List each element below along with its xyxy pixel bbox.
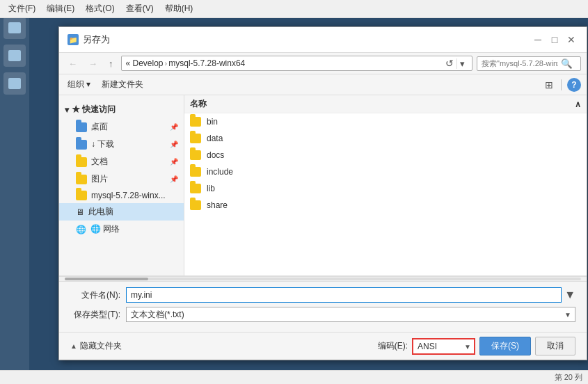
desktop-pin-icon: 📌 xyxy=(170,123,178,131)
cancel-button[interactable]: 取消 xyxy=(535,337,575,355)
menu-view[interactable]: 查看(V) xyxy=(120,1,159,16)
left-nav-panel: ▾ ★ 快速访问 桌面 📌 ↓ 下载 📌 xyxy=(59,95,184,275)
name-column-header: 名称 xyxy=(190,98,575,110)
lib-folder-icon xyxy=(190,184,201,193)
collapse-button[interactable]: ▲ xyxy=(70,342,77,350)
file-list-panel: 名称 ∧ bin data docs xyxy=(184,95,587,275)
file-item-include-label: include xyxy=(207,167,233,177)
search-button[interactable]: 🔍 xyxy=(561,58,573,69)
include-folder-icon xyxy=(190,167,201,177)
nav-item-documents[interactable]: 文档 📌 xyxy=(59,153,184,170)
view-separator: │ xyxy=(559,79,564,90)
path-root: « Develop xyxy=(126,58,164,68)
nav-item-network[interactable]: 🌐 🌐 网络 xyxy=(59,221,184,238)
filetype-select[interactable]: 文本文档(*.txt) xyxy=(126,307,575,322)
search-bar: 🔍 xyxy=(477,56,581,71)
filetype-row: 保存类型(T): 文本文档(*.txt) xyxy=(70,307,575,322)
menu-help[interactable]: 帮助(H) xyxy=(159,1,199,16)
sidebar-icon-3[interactable] xyxy=(3,72,26,95)
path-separator: › xyxy=(165,59,168,67)
up-button[interactable]: ↑ xyxy=(105,56,117,71)
network-icon: 🌐 xyxy=(76,225,86,234)
nav-item-mysql[interactable]: mysql-5.7.28-winx... xyxy=(59,188,184,203)
save-button[interactable]: 保存(S) xyxy=(479,337,531,355)
back-button[interactable]: ← xyxy=(65,56,81,71)
filename-dropdown-button[interactable]: ▼ xyxy=(564,289,575,301)
status-bar: 第 20 列 xyxy=(0,370,588,384)
file-item-lib[interactable]: lib xyxy=(184,180,587,197)
save-as-dialog: 📁 另存为 ─ □ ✕ ← → ↑ « Develop › xyxy=(58,26,587,360)
nav-item-this-pc[interactable]: 🖥 此电脑 xyxy=(59,203,184,221)
documents-pin-icon: 📌 xyxy=(170,158,178,166)
mysql-folder-icon xyxy=(76,191,87,200)
titlebar-controls: ─ □ ✕ xyxy=(531,33,578,47)
file-item-data-label: data xyxy=(207,134,223,143)
action-area: ▲ 隐藏文件夹 编码(E): ANSI UTF-8 UTF-16 LE UTF-… xyxy=(59,332,587,360)
nav-item-pictures-label: 图片 xyxy=(91,173,108,185)
sidebar-shape-1 xyxy=(8,22,21,33)
menu-format[interactable]: 格式(O) xyxy=(80,1,120,16)
file-item-share[interactable]: share xyxy=(184,197,587,214)
nav-item-mysql-label: mysql-5.7.28-winx... xyxy=(91,191,166,200)
file-item-data[interactable]: data xyxy=(184,130,587,147)
filename-label: 文件名(N): xyxy=(70,289,126,301)
address-dropdown-button[interactable]: ▾ xyxy=(456,58,468,69)
scroll-thumb[interactable] xyxy=(65,278,148,280)
filename-row: 文件名(N): ▼ xyxy=(70,287,575,303)
sort-arrow-icon: ∧ xyxy=(575,99,581,109)
toolbar2-left: 组织 ▾ 新建文件夹 xyxy=(65,77,146,92)
address-path: « Develop › mysql-5.7.28-winx64 xyxy=(126,58,443,68)
address-bar: « Develop › mysql-5.7.28-winx64 ↺ ▾ xyxy=(121,56,473,71)
organize-button[interactable]: 组织 ▾ xyxy=(65,77,93,92)
nav-toolbar: ← → ↑ « Develop › mysql-5.7.28-winx64 ↺ … xyxy=(59,53,587,74)
new-folder-button[interactable]: 新建文件夹 xyxy=(99,77,146,92)
maximize-button[interactable]: □ xyxy=(548,33,562,47)
sidebar-icon-1[interactable] xyxy=(3,17,26,39)
action-buttons: 保存(S) 取消 xyxy=(479,337,575,355)
nav-item-downloads[interactable]: ↓ 下载 📌 xyxy=(59,136,184,153)
nav-item-pictures[interactable]: 图片 📌 xyxy=(59,170,184,188)
sidebar-icon-2[interactable] xyxy=(3,45,26,67)
search-input[interactable] xyxy=(482,59,558,67)
file-item-lib-label: lib xyxy=(207,184,215,193)
file-list-header: 名称 ∧ xyxy=(184,95,587,113)
help-button[interactable]: ? xyxy=(567,78,581,92)
file-item-docs-label: docs xyxy=(207,150,224,160)
titlebar-left: 📁 另存为 xyxy=(67,33,110,46)
scrollbar-area[interactable] xyxy=(59,276,587,282)
action-left: ▲ 隐藏文件夹 xyxy=(70,340,122,352)
encoding-select[interactable]: ANSI UTF-8 UTF-16 LE UTF-16 BE xyxy=(412,338,475,355)
nav-item-documents-label: 文档 xyxy=(91,156,108,168)
nav-item-desktop[interactable]: 桌面 📌 xyxy=(59,118,184,136)
share-folder-icon xyxy=(190,200,201,210)
bin-folder-icon xyxy=(190,117,201,127)
this-pc-icon: 🖥 xyxy=(76,207,84,217)
file-item-include[interactable]: include xyxy=(184,163,587,180)
toolbar2-right: ⊞ │ ? xyxy=(542,78,581,92)
form-area: 文件名(N): ▼ 保存类型(T): 文本文档(*.txt) xyxy=(59,282,587,332)
quick-access-header[interactable]: ▾ ★ 快速访问 xyxy=(59,101,184,118)
hide-folders-label: 隐藏文件夹 xyxy=(80,340,122,352)
menu-edit[interactable]: 编辑(E) xyxy=(41,1,80,16)
menu-file[interactable]: 文件(F) xyxy=(3,1,41,16)
forward-button[interactable]: → xyxy=(85,56,101,71)
minimize-button[interactable]: ─ xyxy=(531,33,545,47)
refresh-button[interactable]: ↺ xyxy=(445,58,454,69)
file-item-docs[interactable]: docs xyxy=(184,147,587,163)
filename-input[interactable] xyxy=(126,287,562,303)
encoding-select-wrapper: ANSI UTF-8 UTF-16 LE UTF-16 BE xyxy=(412,338,475,355)
close-button[interactable]: ✕ xyxy=(564,33,578,47)
view-button[interactable]: ⊞ xyxy=(542,78,556,92)
dialog-icon: 📁 xyxy=(67,34,79,45)
organize-toolbar: 组织 ▾ 新建文件夹 ⊞ │ ? xyxy=(59,74,587,95)
downloads-folder-icon xyxy=(76,140,87,150)
chevron-down-icon: ▾ xyxy=(65,105,69,115)
desktop-folder-icon xyxy=(76,122,87,132)
file-item-bin[interactable]: bin xyxy=(184,113,587,130)
encoding-label: 编码(E): xyxy=(378,340,408,352)
path-current: mysql-5.7.28-winx64 xyxy=(168,58,245,68)
left-sidebar xyxy=(0,13,29,370)
nav-item-downloads-label: ↓ 下载 xyxy=(91,138,114,150)
encoding-area: 编码(E): ANSI UTF-8 UTF-16 LE UTF-16 BE 保存… xyxy=(378,337,575,355)
quick-access-label: ★ 快速访问 xyxy=(72,104,116,115)
